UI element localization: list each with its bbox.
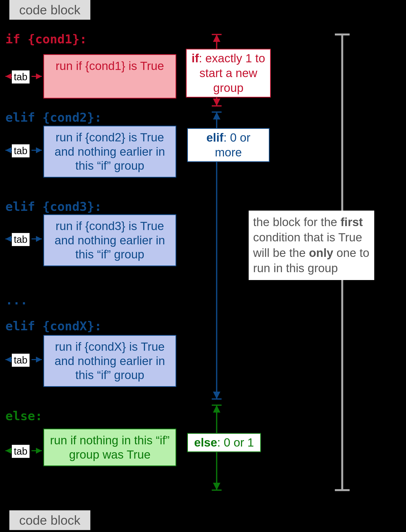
kw-elif3: elif {cond3}:: [5, 200, 102, 214]
kw-elif2: elif {cond2}:: [5, 110, 102, 125]
annot-if: if: exactly 1 to start a new group: [186, 49, 271, 98]
runbox-elifx: run if {condX} is True and nothing earli…: [43, 335, 176, 387]
runbox-else: run if nothing in this “if” group was Tr…: [43, 429, 176, 466]
runbox-elif2: run if {cond2} is True and nothing earli…: [43, 126, 176, 178]
codeblock-label-bottom: code block: [9, 510, 90, 530]
runbox-if: run if {cond1} is True: [43, 54, 176, 99]
kw-dots: ...: [5, 293, 28, 307]
runbox-elif3: run if {cond3} is True and nothing earli…: [43, 214, 176, 266]
tab-label-else: tab: [12, 445, 30, 458]
codeblock-label-top: code block: [9, 0, 90, 20]
kw-else: else:: [5, 409, 43, 423]
tab-label-if: tab: [12, 70, 30, 83]
annot-if-rest: : exactly 1 to start a new group: [199, 52, 265, 94]
annot-if-kw: if: [192, 52, 199, 65]
side-explain: the block for the first condition that i…: [249, 211, 374, 280]
annot-else: else: 0 or 1: [187, 433, 261, 452]
annot-elif: elif: 0 or more: [187, 128, 270, 162]
annot-else-kw: else: [194, 436, 217, 449]
annot-else-rest: : 0 or 1: [217, 436, 254, 449]
tab-label-elif2: tab: [12, 144, 30, 157]
annot-elif-kw: elif: [206, 131, 223, 144]
kw-if: if {cond1}:: [5, 32, 87, 46]
tab-label-elifx: tab: [12, 354, 30, 367]
tab-label-elif3: tab: [12, 233, 30, 246]
kw-elifx: elif {condX}:: [5, 319, 102, 333]
